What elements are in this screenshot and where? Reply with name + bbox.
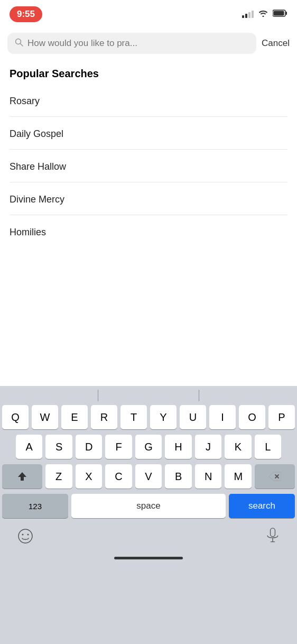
status-bar: 9:55 <box>0 0 297 29</box>
home-indicator <box>0 553 297 566</box>
key-p[interactable]: P <box>268 405 295 429</box>
keyboard-row-4: 123 space search <box>2 494 295 518</box>
svg-rect-1 <box>286 12 287 15</box>
key-f[interactable]: F <box>105 435 132 459</box>
cursor-area <box>0 386 297 405</box>
key-l[interactable]: L <box>255 435 281 459</box>
key-y[interactable]: Y <box>150 405 177 429</box>
svg-point-7 <box>18 529 32 543</box>
key-d[interactable]: D <box>76 435 102 459</box>
key-a[interactable]: A <box>16 435 42 459</box>
list-item[interactable]: Homilies <box>10 215 287 247</box>
num-key[interactable]: 123 <box>2 494 68 518</box>
backspace-key[interactable] <box>255 464 295 489</box>
svg-point-8 <box>22 534 24 536</box>
cursor-line-left <box>98 390 98 401</box>
key-k[interactable]: K <box>225 435 251 459</box>
search-bar-container: Cancel <box>0 29 297 58</box>
key-t[interactable]: T <box>120 405 147 429</box>
key-c[interactable]: C <box>105 464 132 489</box>
key-i[interactable]: I <box>209 405 236 429</box>
svg-rect-10 <box>271 528 275 537</box>
key-h[interactable]: H <box>165 435 191 459</box>
popular-searches-section: Popular Searches Rosary Daily Gospel Sha… <box>0 58 297 247</box>
list-item[interactable]: Daily Gospel <box>10 117 287 150</box>
list-item[interactable]: Rosary <box>10 84 287 117</box>
key-u[interactable]: U <box>180 405 206 429</box>
svg-line-4 <box>21 44 23 47</box>
key-j[interactable]: J <box>195 435 221 459</box>
wifi-icon <box>258 10 268 19</box>
key-g[interactable]: G <box>135 435 162 459</box>
search-input-wrapper[interactable] <box>7 33 256 54</box>
key-n[interactable]: N <box>195 464 222 489</box>
key-w[interactable]: W <box>32 405 58 429</box>
keyboard-row-1: Q W E R T Y U I O P <box>2 405 295 429</box>
svg-rect-2 <box>274 11 284 16</box>
keyboard-area: Q W E R T Y U I O P A S D F G H J K L <box>0 386 297 644</box>
key-o[interactable]: O <box>239 405 265 429</box>
popular-searches-title: Popular Searches <box>10 68 287 80</box>
shift-key[interactable] <box>2 464 42 489</box>
key-b[interactable]: B <box>165 464 192 489</box>
search-input[interactable] <box>27 38 249 49</box>
key-e[interactable]: E <box>61 405 88 429</box>
status-time: 9:55 <box>10 6 42 22</box>
key-z[interactable]: Z <box>45 464 72 489</box>
cursor-line-right <box>199 390 199 401</box>
status-icons <box>242 10 287 19</box>
search-magnifier-icon <box>15 38 23 49</box>
mic-button[interactable] <box>263 526 282 548</box>
search-key[interactable]: search <box>229 494 295 518</box>
keyboard-row-3: Z X C V B N M <box>2 464 295 489</box>
key-v[interactable]: V <box>135 464 162 489</box>
emoji-button[interactable] <box>15 526 36 548</box>
keyboard: Q W E R T Y U I O P A S D F G H J K L <box>0 405 297 518</box>
key-m[interactable]: M <box>225 464 252 489</box>
home-bar <box>114 557 183 559</box>
list-item[interactable]: Divine Mercy <box>10 182 287 215</box>
svg-point-9 <box>27 534 29 536</box>
space-key[interactable]: space <box>71 494 226 518</box>
key-r[interactable]: R <box>91 405 117 429</box>
signal-icon <box>242 11 254 18</box>
keyboard-row-2: A S D F G H J K L <box>2 435 295 459</box>
keyboard-bottom <box>0 523 297 553</box>
key-q[interactable]: Q <box>2 405 29 429</box>
key-x[interactable]: X <box>76 464 103 489</box>
battery-icon <box>273 10 287 19</box>
key-s[interactable]: S <box>45 435 72 459</box>
list-item[interactable]: Share Hallow <box>10 150 287 182</box>
cancel-button[interactable]: Cancel <box>262 36 290 51</box>
